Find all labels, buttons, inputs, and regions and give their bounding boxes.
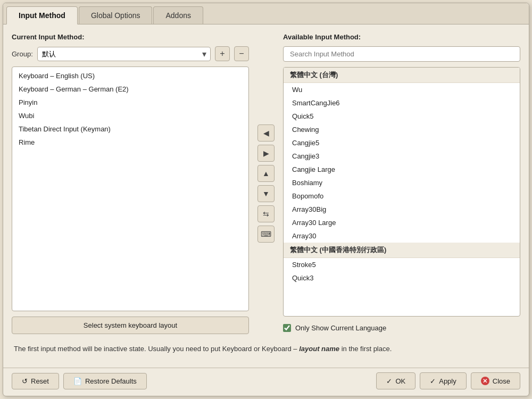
list-item[interactable]: Rime [12, 136, 248, 149]
tab-input-method[interactable]: Input Method [6, 6, 78, 24]
group-select-wrap: 默认 [37, 47, 211, 61]
available-list-item[interactable]: Chewing [284, 123, 520, 136]
current-input-label: Current Input Method: [12, 33, 249, 41]
main-row: Current Input Method: Group: 默认 + − Keyb… [12, 33, 520, 334]
search-input[interactable] [283, 46, 520, 62]
available-list-item[interactable]: Array30 [284, 229, 520, 243]
close-icon: ✕ [481, 377, 489, 385]
bottom-bar: ↺ Reset 📄 Restore Defaults ✓ OK ✓ Apply … [3, 368, 529, 396]
available-list-item[interactable]: Bopomofo [284, 189, 520, 203]
info-text: The first input method will be inactive … [12, 339, 520, 359]
apply-check-icon: ✓ [430, 377, 436, 385]
restore-defaults-button[interactable]: 📄 Restore Defaults [63, 373, 147, 389]
close-button[interactable]: ✕ Close [471, 372, 520, 389]
current-input-list: Keyboard – English (US)Keyboard – German… [12, 66, 249, 311]
left-panel: Current Input Method: Group: 默认 + − Keyb… [12, 33, 249, 334]
close-label: Close [493, 377, 510, 385]
reset-button[interactable]: ↺ Reset [12, 373, 59, 389]
group-label: Group: [12, 50, 33, 58]
move-down-button[interactable]: ▼ [257, 185, 275, 202]
add-group-button[interactable]: + [215, 46, 230, 61]
only-show-checkbox[interactable] [283, 324, 291, 332]
apply-label: Apply [439, 377, 456, 385]
info-text-italic: layout name [299, 345, 339, 353]
tab-addons[interactable]: Addons [153, 6, 203, 24]
only-show-row: Only Show Current Language [283, 322, 520, 334]
available-list-item[interactable]: Array30 Large [284, 216, 520, 229]
available-list-item[interactable]: Quick3 [284, 271, 520, 285]
ok-label: OK [395, 377, 405, 385]
dialog: Input Method Global Options Addons Curre… [3, 3, 529, 396]
remove-group-button[interactable]: − [234, 46, 249, 61]
right-panel: Available Input Method: 繁體中文 (台灣)WuSmart… [283, 33, 520, 334]
bottom-left: ↺ Reset 📄 Restore Defaults [12, 373, 147, 389]
available-list-item[interactable]: SmartCangJie6 [284, 96, 520, 110]
keyboard-button[interactable]: ⌨ [257, 226, 275, 243]
move-right-button[interactable]: ▶ [257, 145, 275, 162]
available-input-label: Available Input Method: [283, 33, 520, 41]
move-left-button[interactable]: ◀ [257, 124, 275, 142]
available-list-item[interactable]: Boshiamy [284, 176, 520, 189]
content-area: Current Input Method: Group: 默认 + − Keyb… [3, 24, 529, 368]
bottom-right: ✓ OK ✓ Apply ✕ Close [376, 372, 520, 389]
middle-panel: ◀ ▶ ▲ ▼ ⇆ ⌨ [255, 33, 277, 334]
group-select[interactable]: 默认 [37, 47, 211, 61]
restore-icon: 📄 [73, 377, 82, 385]
list-item[interactable]: Keyboard – English (US) [12, 69, 248, 82]
available-list-group: 繁體中文 (中國香港特別行政區) [284, 243, 520, 258]
apply-button[interactable]: ✓ Apply [420, 372, 467, 389]
available-list-item[interactable]: Cangjie5 [284, 136, 520, 149]
ok-check-icon: ✓ [386, 377, 392, 385]
reset-label: Reset [31, 377, 49, 385]
restore-label: Restore Defaults [85, 377, 137, 385]
available-input-list: 繁體中文 (台灣)WuSmartCangJie6Quick5ChewingCan… [283, 67, 520, 317]
available-list-item[interactable]: Array30Big [284, 203, 520, 216]
available-list-group: 繁體中文 (台灣) [284, 68, 520, 83]
ok-button[interactable]: ✓ OK [376, 372, 415, 389]
available-list-item[interactable]: Stroke5 [284, 258, 520, 271]
reset-icon: ↺ [22, 377, 28, 385]
config-button[interactable]: ⇆ [257, 205, 275, 222]
list-item[interactable]: Wubi [12, 109, 248, 122]
only-show-label: Only Show Current Language [295, 324, 386, 332]
available-list-item[interactable]: Cangjie Large [284, 163, 520, 176]
tab-bar: Input Method Global Options Addons [3, 3, 529, 24]
available-list-item[interactable]: Cangjie3 [284, 149, 520, 163]
info-text-part2: in the first place. [339, 345, 392, 353]
tab-global-options[interactable]: Global Options [79, 6, 153, 24]
info-text-part1: The first input method will be inactive … [14, 345, 299, 353]
available-list-item[interactable]: Wu [284, 83, 520, 96]
move-up-button[interactable]: ▲ [257, 165, 275, 182]
list-item[interactable]: Tibetan Direct Input (Keyman) [12, 122, 248, 136]
select-keyboard-button[interactable]: Select system keyboard layout [12, 317, 249, 334]
group-row: Group: 默认 + − [12, 46, 249, 61]
list-item[interactable]: Keyboard – German – German (E2) [12, 82, 248, 96]
available-list-item[interactable]: Quick5 [284, 110, 520, 123]
list-item[interactable]: Pinyin [12, 96, 248, 109]
